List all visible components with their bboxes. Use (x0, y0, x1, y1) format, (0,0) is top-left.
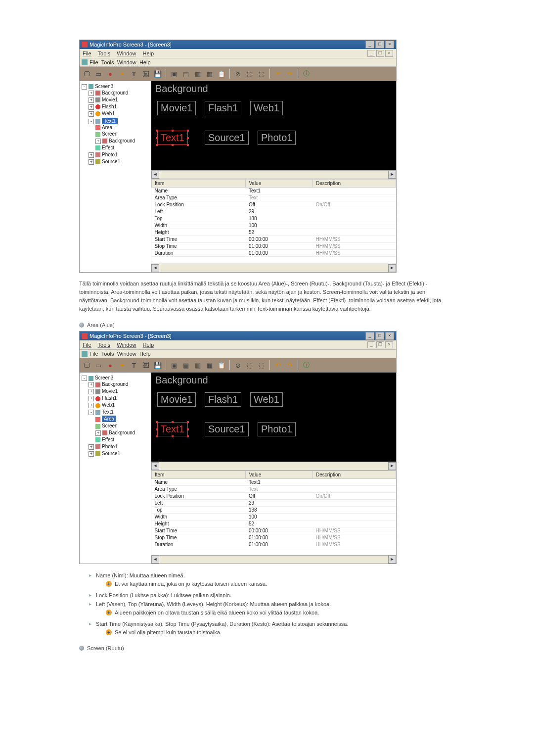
tool-forbid-icon[interactable]: ⊘ (233, 69, 243, 79)
canvas-box-web1[interactable]: Web1 (250, 101, 283, 115)
tree-item[interactable]: +Movie1 (89, 388, 150, 395)
menu-help[interactable]: Help (143, 50, 154, 56)
mdi-menu-tools[interactable]: Tools (101, 351, 114, 357)
tool-image-icon[interactable]: 🖼 (141, 69, 151, 79)
tool-stack3-icon[interactable]: ▦ (205, 69, 215, 79)
tool-stack2-icon[interactable]: ▥ (193, 360, 203, 370)
mdi-restore-button[interactable]: ❐ (376, 50, 384, 57)
minimize-button[interactable]: _ (365, 332, 374, 340)
mdi-menu-window[interactable]: Window (117, 59, 136, 65)
props-row[interactable]: Left29 (152, 500, 396, 507)
props-col-value[interactable]: Value (246, 471, 313, 479)
scroll-right-icon[interactable]: ► (388, 462, 396, 470)
tool-screen-icon[interactable]: ▭ (93, 360, 103, 370)
props-col-value[interactable]: Value (246, 180, 313, 188)
scroll-right-icon[interactable]: ► (388, 556, 396, 564)
tool-undo-icon[interactable]: ↶ (273, 360, 283, 370)
tool-send-back-icon[interactable]: ⬚ (257, 360, 267, 370)
tool-window-icon[interactable]: ▣ (169, 360, 179, 370)
mdi-close-button[interactable]: × (385, 341, 393, 348)
tool-monitor-icon[interactable]: 🖵 (82, 69, 91, 79)
menu-help[interactable]: Help (143, 342, 154, 348)
tool-redo-icon[interactable]: ↷ (285, 360, 295, 370)
props-row[interactable]: Top138 (152, 507, 396, 514)
canvas-box-flash1[interactable]: Flash1 (205, 392, 241, 407)
canvas-box-web1[interactable]: Web1 (250, 392, 283, 407)
tool-record-icon[interactable]: ● (105, 69, 115, 79)
props-row[interactable]: Top138 (152, 215, 396, 222)
mdi-menu-file[interactable]: File (89, 59, 98, 65)
tool-stack1-icon[interactable]: ▤ (181, 69, 191, 79)
menu-window[interactable]: Window (117, 342, 136, 348)
props-row[interactable]: Area TypeText (152, 486, 396, 493)
props-row[interactable]: Width100 (152, 514, 396, 520)
canvas-box-source1[interactable]: Source1 (205, 422, 249, 436)
tree-item[interactable]: +Background (89, 90, 150, 96)
tool-stack2-icon[interactable]: ▥ (193, 69, 203, 79)
tree-root[interactable]: -Screen3 +Background +Movie1 +Flash1 +We… (82, 375, 150, 458)
scroll-left-icon[interactable]: ◄ (151, 264, 159, 272)
props-row[interactable]: Stop Time01:00:00HH/MM/SS (152, 243, 396, 250)
tree-item-text1[interactable]: -Text1 Area Screen +Background Effect (89, 117, 150, 151)
close-button[interactable]: × (385, 41, 394, 48)
tree-item[interactable]: +Flash1 (89, 103, 150, 110)
props-row[interactable]: Height52 (152, 229, 396, 236)
tool-clip-icon[interactable]: 📋 (217, 360, 226, 370)
tool-wizard-icon[interactable]: ✦ (117, 69, 127, 79)
tool-stack1-icon[interactable]: ▤ (181, 360, 191, 370)
canvas-box-movie1[interactable]: Movie1 (157, 392, 196, 407)
tree-item[interactable]: Screen (95, 131, 150, 137)
tree-item[interactable]: Area (95, 124, 150, 131)
canvas-box-photo1[interactable]: Photo1 (258, 131, 296, 145)
props-row[interactable]: Duration01:00:00HH/MM/SS (152, 541, 396, 548)
props-row[interactable]: Duration01:00:00HH/MM/SS (152, 250, 396, 257)
props-row[interactable]: Width100 (152, 222, 396, 229)
tree-item[interactable]: +Flash1 (89, 395, 150, 402)
tree-item[interactable]: Effect (95, 144, 150, 151)
tree-item-text1[interactable]: -Text1 Area Screen +Background Effect (89, 409, 150, 443)
tree-item[interactable]: Screen (95, 423, 150, 429)
canvas-box-photo1[interactable]: Photo1 (258, 422, 296, 436)
tool-info-icon[interactable]: ⓘ (301, 69, 311, 79)
tree-item[interactable]: +Photo1 (89, 443, 150, 450)
tool-save-icon[interactable]: 💾 (153, 69, 163, 79)
menu-file[interactable]: File (83, 342, 91, 348)
props-row[interactable]: Lock PositionOffOn/Off (152, 201, 396, 208)
tool-clip-icon[interactable]: 📋 (217, 69, 226, 79)
tool-undo-icon[interactable]: ↶ (273, 69, 283, 79)
tool-stack3-icon[interactable]: ▦ (205, 360, 215, 370)
props-row[interactable]: Stop Time01:00:00HH/MM/SS (152, 534, 396, 541)
menu-file[interactable]: File (83, 50, 91, 56)
tree-item[interactable]: +Source1 (89, 158, 150, 165)
props-col-item[interactable]: Item (152, 471, 246, 479)
mdi-menu-help[interactable]: Help (139, 351, 151, 357)
tree-item[interactable]: Effect (95, 436, 150, 443)
props-row[interactable]: Lock PositionOffOn/Off (152, 493, 396, 500)
tree-item[interactable]: +Photo1 (89, 151, 150, 158)
tree-item[interactable]: +Background (95, 429, 150, 436)
tool-redo-icon[interactable]: ↷ (285, 69, 295, 79)
canvas-box-text1-selected[interactable]: Text1 (157, 131, 188, 145)
tree-item-area[interactable]: Area (95, 415, 150, 423)
mdi-restore-button[interactable]: ❐ (376, 341, 384, 348)
tool-monitor-icon[interactable]: 🖵 (82, 360, 91, 370)
mdi-minimize-button[interactable]: _ (367, 50, 375, 57)
tool-info-icon[interactable]: ⓘ (301, 360, 311, 370)
tool-forbid-icon[interactable]: ⊘ (233, 360, 243, 370)
scroll-left-icon[interactable]: ◄ (151, 462, 159, 470)
props-row[interactable]: Left29 (152, 208, 396, 215)
canvas-box-text1-selected[interactable]: Text1 (157, 422, 188, 436)
tool-window-icon[interactable]: ▣ (169, 69, 179, 79)
tree-item[interactable]: +Background (89, 381, 150, 388)
minimize-button[interactable]: _ (365, 41, 374, 48)
props-col-desc[interactable]: Description (313, 471, 396, 479)
canvas-box-flash1[interactable]: Flash1 (205, 101, 241, 115)
tree-item[interactable]: +Movie1 (89, 96, 150, 103)
tool-send-back-icon[interactable]: ⬚ (257, 69, 267, 79)
mdi-menu-tools[interactable]: Tools (101, 59, 114, 65)
canvas-box-movie1[interactable]: Movie1 (157, 101, 196, 115)
tree-item[interactable]: +Web1 (89, 110, 150, 117)
maximize-button[interactable]: □ (375, 41, 384, 48)
scroll-right-icon[interactable]: ► (388, 171, 396, 179)
canvas-hscrollbar[interactable]: ◄ ► (151, 462, 396, 470)
